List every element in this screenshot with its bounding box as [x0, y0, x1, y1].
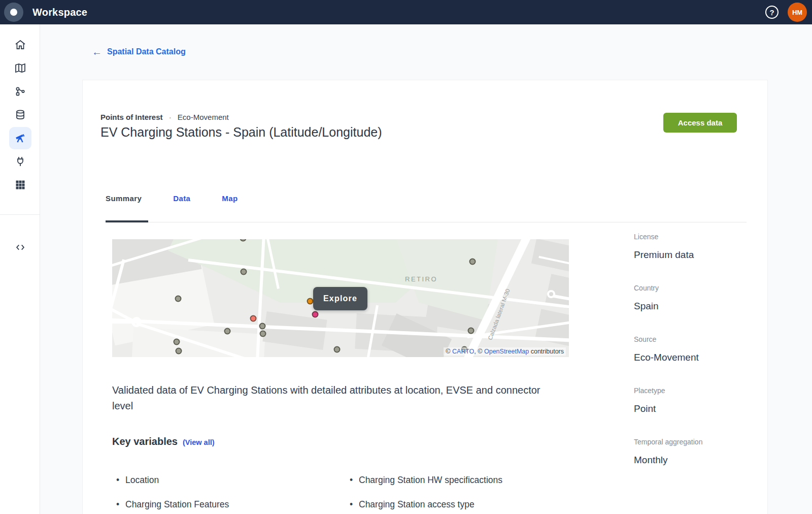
tab-bar: Summary Data Map: [106, 194, 238, 208]
key-variables-header: Key variables (View all): [112, 436, 215, 447]
metadata-field-placetype: Placetype Point: [634, 387, 751, 414]
attribution-mid: , ©: [474, 348, 484, 355]
view-all-link[interactable]: (View all): [183, 438, 215, 446]
map-marker-grey[interactable]: [175, 296, 182, 302]
access-data-button[interactable]: Access data: [663, 113, 737, 133]
home-icon: [9, 34, 31, 56]
back-arrow-icon: ←: [92, 47, 102, 57]
map-marker-grey[interactable]: [259, 323, 266, 330]
key-variable-item: Charging Station HW specificactions: [350, 475, 502, 486]
metadata-value: Premium data: [634, 249, 751, 261]
dataset-provider: Eco-Movement: [178, 113, 229, 121]
sidebar-item-workflows[interactable]: [0, 80, 40, 103]
key-variables-title: Key variables: [112, 436, 178, 447]
map-marker-grey[interactable]: [260, 331, 266, 337]
main-area: ← Spatial Data Catalog Points of Interes…: [40, 24, 812, 514]
tab-summary[interactable]: Summary: [106, 194, 142, 208]
osm-attribution-link[interactable]: OpenStreetMap: [484, 348, 529, 355]
apps-grid-icon: [9, 174, 31, 196]
topbar: Workspace ? HM: [0, 0, 812, 24]
map-marker-grey[interactable]: [241, 269, 247, 275]
help-icon[interactable]: ?: [765, 6, 779, 19]
metadata-label: Temporal aggregation: [634, 438, 751, 446]
sidebar-item-home[interactable]: [0, 33, 40, 56]
database-icon: [9, 104, 31, 126]
map-attribution: © CARTO, © OpenStreetMap contributors: [444, 347, 566, 356]
dataset-category: Points of Interest: [100, 113, 163, 121]
attribution-suffix: contributors: [529, 348, 564, 355]
sidebar-item-maps[interactable]: [0, 56, 40, 80]
map-marker-grey[interactable]: [174, 339, 180, 345]
map-marker-red[interactable]: [250, 315, 257, 322]
metadata-field-license: License Premium data: [634, 233, 751, 261]
metadata-label: Source: [634, 335, 751, 343]
left-sidebar: [0, 24, 40, 514]
page-title: EV Charging Stations - Spain (Latitude/L…: [100, 125, 382, 140]
map-marker-grey[interactable]: [468, 328, 475, 334]
sidebar-item-connections[interactable]: [0, 150, 40, 173]
key-variable-item: Charging Station access type: [350, 499, 502, 510]
key-variables-column-2: Charging Station HW specificactions Char…: [350, 475, 502, 514]
explore-button[interactable]: Explore: [313, 287, 367, 310]
metadata-field-source: Source Eco-Movement: [634, 335, 751, 363]
map-marker-grey[interactable]: [224, 328, 231, 335]
dataset-card: Points of Interest · Eco-Movement EV Cha…: [82, 80, 768, 514]
metadata-value: Monthly: [634, 455, 751, 466]
breadcrumb-label: Spatial Data Catalog: [107, 47, 186, 56]
dataset-category-row: Points of Interest · Eco-Movement: [100, 113, 229, 121]
metadata-panel: License Premium data Country Spain Sourc…: [634, 233, 751, 489]
key-variables-column-1: Location Charging Station Features: [116, 475, 229, 514]
map-marker-grey[interactable]: [334, 346, 341, 353]
map-park-label: RETIRO: [405, 275, 437, 283]
tab-divider: [106, 222, 747, 222]
breadcrumb-back-link[interactable]: ← Spatial Data Catalog: [92, 47, 186, 57]
sidebar-item-applications[interactable]: [0, 173, 40, 197]
attribution-prefix: ©: [446, 348, 452, 355]
sidebar-item-data-explorer[interactable]: [0, 126, 40, 150]
metadata-field-country: Country Spain: [634, 284, 751, 312]
map-marker-orange[interactable]: [307, 298, 314, 305]
metadata-label: Placetype: [634, 387, 751, 395]
metadata-field-temporal-aggregation: Temporal aggregation Monthly: [634, 438, 751, 466]
map-marker-grey[interactable]: [176, 348, 182, 355]
dataset-description: Validated data of EV Charging Stations w…: [112, 382, 559, 414]
sidebar-divider: [0, 214, 40, 215]
metadata-value: Spain: [634, 301, 751, 312]
category-separator: ·: [169, 113, 172, 121]
key-variable-item: Charging Station Features: [116, 499, 229, 510]
map-roundabout: [131, 317, 142, 327]
carto-attribution-link[interactable]: CARTO: [452, 348, 474, 355]
metadata-value: Point: [634, 403, 751, 414]
metadata-label: License: [634, 233, 751, 241]
code-icon: [9, 236, 31, 259]
map-junction: [547, 290, 555, 298]
tab-data[interactable]: Data: [173, 194, 190, 208]
metadata-value: Eco-Movement: [634, 352, 751, 363]
workflows-icon: [9, 80, 31, 103]
telescope-icon: [9, 127, 31, 149]
carto-logo-icon[interactable]: [4, 3, 23, 22]
avatar[interactable]: HM: [788, 3, 807, 22]
workspace-title: Workspace: [32, 7, 87, 18]
map-marker-grey[interactable]: [469, 259, 476, 265]
metadata-label: Country: [634, 284, 751, 292]
map-marker-pink[interactable]: [312, 311, 319, 318]
sidebar-item-developers[interactable]: [0, 236, 40, 259]
key-variable-item: Location: [116, 475, 229, 486]
active-tab-indicator: [106, 220, 148, 222]
map-icon: [9, 57, 31, 79]
tab-map[interactable]: Map: [222, 194, 238, 208]
map-preview[interactable]: RETIRO Calzada lateral M-30 Explore © CA…: [112, 239, 569, 357]
plug-icon: [9, 150, 31, 173]
sidebar-item-data[interactable]: [0, 103, 40, 126]
